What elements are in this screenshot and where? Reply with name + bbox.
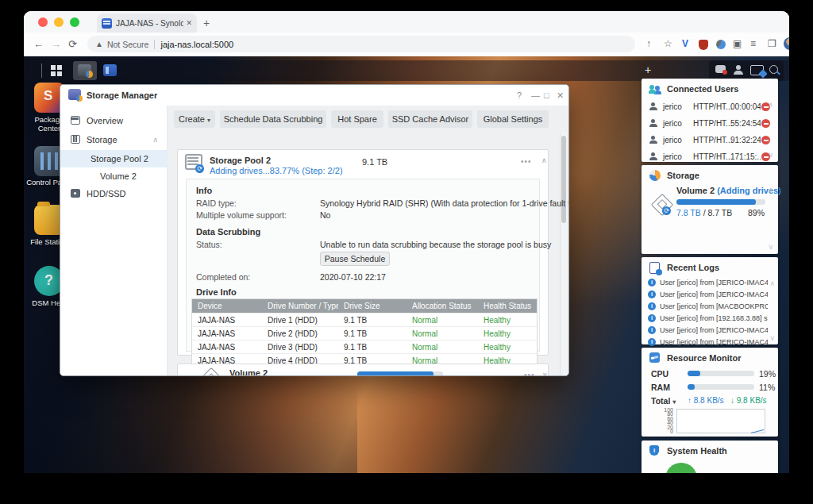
log-row[interactable]: iUser [jerico] from [JERICO-IMAC4K(19... (648, 325, 773, 337)
side-panel-icon[interactable]: ❐ (768, 38, 776, 49)
scrollbar-thumb[interactable] (561, 136, 566, 223)
down-arrow-icon: ↓ (730, 396, 734, 405)
storage-manager-icon (68, 89, 81, 100)
global-settings-button[interactable]: Global Settings (477, 110, 549, 128)
cpu-label: CPU (651, 369, 669, 379)
chart-line (751, 425, 764, 433)
hot-spare-button[interactable]: Hot Spare (331, 110, 383, 128)
network-chart (676, 409, 765, 433)
window-title: Storage Manager (87, 90, 157, 100)
back-icon[interactable]: ← (33, 38, 44, 50)
mac-close-button[interactable] (38, 17, 48, 27)
search-icon[interactable] (769, 65, 778, 74)
window-titlebar[interactable]: Storage Manager ? — □ ✕ (60, 85, 568, 106)
user-options-icon[interactable] (734, 65, 743, 75)
connected-user-row[interactable]: jerico HTTP/HT... 55:24:54 (649, 116, 770, 133)
create-button[interactable]: Create ▾ (174, 110, 215, 128)
forward-icon[interactable]: → (51, 38, 61, 50)
reading-list-icon[interactable]: ≡ (750, 38, 756, 49)
browser-toolbar: ← → ⟳ ▲ Not Secure jaja-nas.local:5000 ↑… (24, 33, 789, 57)
extensions-puzzle-icon[interactable]: ▣ (733, 38, 742, 49)
taskbar-app-icon[interactable] (103, 64, 117, 76)
user-icon (649, 136, 657, 144)
total-dropdown[interactable]: Total ▾ (651, 396, 676, 406)
pinned-widgets-icon[interactable] (750, 65, 764, 75)
connected-user-row[interactable]: jerico HTTP/HT... 00:00:04 (649, 99, 770, 116)
connected-user-row[interactable]: jerico HTTP/HT... 171:15:... (649, 149, 770, 166)
vimium-extension-icon[interactable]: V (682, 38, 688, 49)
main-menu-icon[interactable] (51, 65, 62, 76)
sidebar-item-volume-2[interactable]: Volume 2 (60, 167, 168, 185)
show-desktop-divider[interactable] (41, 63, 42, 78)
log-row[interactable]: iUser [jerico] from [MACBOOKPRO-9055... (648, 302, 773, 313)
not-secure-label[interactable]: Not Secure (107, 40, 149, 49)
storage-widget: Storage ⟳ Volume 2 (Adding drives) 7.8 T… (642, 165, 778, 254)
history-extension-icon[interactable] (716, 40, 726, 49)
connected-user-row[interactable]: jerico HTTP/HT... 91:32:24 (649, 133, 770, 149)
scroll-down-icon[interactable]: ∨ (768, 243, 773, 251)
volume-actions-icon[interactable]: ••• (524, 371, 535, 376)
window-minimize-button[interactable]: — (531, 90, 540, 100)
window-close-button[interactable]: ✕ (557, 90, 564, 101)
scroll-up-icon[interactable]: ∧ (769, 279, 775, 287)
health-status-icon (665, 463, 697, 473)
storage-icon (71, 135, 80, 144)
pause-schedule-button[interactable]: Pause Schedule (320, 252, 390, 266)
sidebar-item-hdd-ssd[interactable]: HDD/SSD (60, 185, 168, 202)
log-row[interactable]: iUser [jerico] from [JERICO-IMAC4K(19... (648, 337, 773, 348)
address-bar[interactable]: ▲ Not Secure jaja-nas.local:5000 (87, 36, 635, 52)
share-icon[interactable]: ↑ (646, 38, 651, 49)
bookmark-star-icon[interactable]: ☆ (664, 38, 672, 49)
dsm-desktop: + Package Center Control Panel File Stat… (24, 56, 789, 473)
hdd-icon (71, 189, 80, 198)
log-row[interactable]: iUser [jerico] from [192.168.3.88] signe… (648, 314, 773, 325)
window-help-button[interactable]: ? (517, 90, 522, 100)
new-tab-button[interactable]: + (203, 17, 210, 29)
table-row[interactable]: JAJA-NASDrive 2 (HDD)9.1 TBNormalHealthy (192, 326, 537, 340)
table-row[interactable]: JAJA-NASDrive 3 (HDD)9.1 TBNormalHealthy (192, 340, 537, 353)
table-row[interactable]: JAJA-NASDrive 1 (HDD)9.1 TBNormalHealthy (192, 313, 537, 326)
tab-favicon-icon (102, 18, 112, 29)
ram-bar (688, 384, 754, 390)
notifications-icon[interactable] (715, 65, 726, 73)
url-text[interactable]: jaja-nas.local:5000 (160, 40, 233, 49)
tab-strip: JAJA-NAS - Synology DiskSta ✕ + (24, 11, 789, 33)
scroll-down-icon[interactable]: ∨ (769, 334, 775, 342)
volume-cube-icon (200, 367, 222, 376)
window-maximize-button[interactable]: □ (544, 90, 549, 100)
add-widget-button[interactable]: + (645, 63, 651, 76)
reload-icon[interactable]: ⟳ (68, 38, 77, 50)
volume-card[interactable]: ⟳ Volume 2 Adding drives...83.77% (Step:… (177, 364, 549, 376)
data-scrubbing-heading: Data Scrubbing (196, 227, 260, 237)
scroll-up-icon[interactable]: ∧ (768, 186, 773, 194)
browser-window: JAJA-NAS - Synology DiskSta ✕ + ← → ⟳ ▲ … (24, 11, 789, 473)
tab-close-icon[interactable]: ✕ (186, 19, 192, 27)
browser-tab[interactable]: JAJA-NAS - Synology DiskSta ✕ (97, 13, 197, 33)
sidebar-item-overview[interactable]: Overview (60, 112, 168, 129)
collapse-chevron-icon[interactable]: ∧ (152, 131, 158, 148)
profile-avatar[interactable] (784, 37, 789, 50)
log-row[interactable]: iUser [jerico] from [JERICO-IMAC4K(19... (648, 290, 773, 301)
ssd-cache-advisor-button[interactable]: SSD Cache Advisor (388, 110, 472, 128)
log-row[interactable]: iUser [jerico] from [JERICO-IMAC4K(19... (648, 278, 773, 289)
storage-manager-window: Storage Manager ? — □ ✕ Overview Storage… (60, 84, 569, 376)
pool-actions-icon[interactable]: ••• (521, 157, 532, 166)
kick-user-icon[interactable] (761, 119, 770, 128)
info-icon: i (648, 290, 656, 298)
info-icon: i (648, 326, 656, 334)
recent-logs-widget: Recent Logs iUser [jerico] from [JERICO-… (642, 257, 778, 344)
storage-pie-icon (649, 170, 661, 181)
adblock-extension-icon[interactable] (699, 40, 708, 50)
scroll-down-icon[interactable]: ∨ (768, 151, 773, 159)
kick-user-icon[interactable] (761, 136, 770, 144)
scroll-up-icon[interactable]: ∧ (768, 101, 773, 109)
sidebar-item-storage[interactable]: Storage ∧ (60, 131, 168, 148)
mac-zoom-button[interactable] (70, 17, 79, 27)
volume-expand-icon[interactable]: ∨ (542, 371, 548, 376)
info-icon: i (648, 314, 656, 322)
mac-minimize-button[interactable] (54, 17, 64, 27)
schedule-data-scrubbing-button[interactable]: Schedule Data Scrubbing (220, 110, 326, 128)
pool-collapse-icon[interactable]: ∧ (541, 156, 547, 164)
sidebar-item-storage-pool-2[interactable]: Storage Pool 2 (60, 150, 168, 167)
taskbar-storage-manager-icon[interactable] (78, 64, 91, 76)
